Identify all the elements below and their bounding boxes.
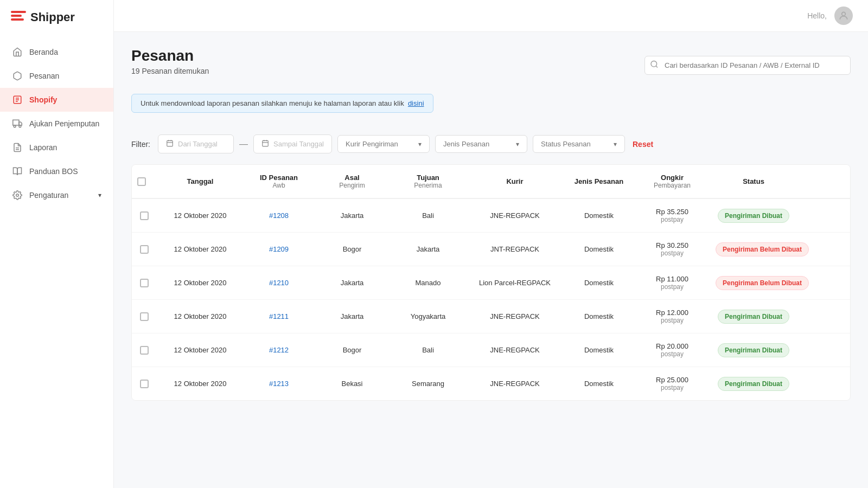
th-tujuan: Tujuan Penerima: [390, 165, 466, 198]
row-ongkir: Rp 12.000 postpay: [634, 300, 710, 333]
row-kurir: JNT-REGPACK: [466, 236, 564, 262]
sidebar-item-pengaturan[interactable]: Pengaturan ▾: [0, 183, 113, 207]
page-subtitle: 19 Pesanan ditemukan: [131, 67, 209, 75]
sidebar-item-label: Pengaturan: [29, 191, 68, 200]
row-id-pesanan[interactable]: #1209: [244, 236, 314, 262]
reset-button[interactable]: Reset: [630, 137, 655, 152]
box-icon: [12, 70, 23, 81]
from-date-placeholder: Dari Tanggal: [178, 140, 218, 148]
kurir-label: Kurir Pengiriman: [346, 140, 398, 148]
row-kurir: JNE-REGPACK: [466, 337, 564, 363]
table-row: 12 Oktober 2020 #1208 Jakarta Bali JNE-R…: [132, 199, 850, 233]
svg-rect-14: [167, 140, 173, 146]
logo: Shipper: [0, 0, 113, 35]
row-status: Pengiriman Dibuat: [710, 335, 797, 366]
svg-point-11: [842, 12, 846, 16]
svg-rect-4: [13, 120, 19, 125]
sidebar: Shipper Beranda Pesanan Shopify Ajukan P…: [0, 0, 114, 488]
th-id-pesanan: ID Pesanan Awb: [244, 165, 314, 198]
to-date-filter[interactable]: Sampai Tanggal: [253, 134, 332, 153]
select-all-checkbox[interactable]: [137, 177, 146, 186]
row-checkbox-cell: [132, 270, 157, 296]
row-asal: Bekasi: [314, 371, 390, 396]
svg-rect-18: [263, 140, 269, 146]
sidebar-nav: Beranda Pesanan Shopify Ajukan Penjemput…: [0, 35, 113, 213]
row-ongkir: Rp 30.250 postpay: [634, 233, 710, 266]
row-checkbox-cell: [132, 203, 157, 229]
row-ongkir: Rp 20.000 postpay: [634, 333, 710, 367]
row-id-pesanan[interactable]: #1212: [244, 337, 314, 363]
row-asal: Bogor: [314, 236, 390, 262]
th-ongkir: Ongkir Pembayaran: [634, 165, 710, 198]
filter-label: Filter:: [131, 140, 150, 149]
logo-icon: [11, 10, 26, 25]
row-checkbox-4[interactable]: [140, 346, 149, 355]
row-id-pesanan[interactable]: #1208: [244, 203, 314, 228]
row-asal: Jakarta: [314, 270, 390, 296]
row-checkbox-3[interactable]: [140, 312, 149, 321]
sidebar-item-panduan-bos[interactable]: Panduan BOS: [0, 159, 113, 183]
jenis-filter[interactable]: Jenis Pesanan ▾: [435, 135, 527, 153]
row-checkbox-2[interactable]: [140, 279, 149, 287]
row-kurir: Lion Parcel-REGPACK: [466, 270, 564, 296]
page-header: Pesanan 19 Pesanan ditemukan: [131, 47, 209, 83]
search-input[interactable]: [644, 56, 851, 75]
truck-icon: [12, 118, 23, 129]
row-status: Pengiriman Belum Dibuat: [710, 267, 797, 299]
svg-point-6: [14, 125, 16, 127]
row-tanggal: 12 Oktober 2020: [157, 371, 244, 396]
row-checkbox-5[interactable]: [140, 380, 149, 388]
sidebar-item-laporan[interactable]: Laporan: [0, 136, 113, 159]
calendar-icon: [166, 139, 174, 149]
status-filter[interactable]: Status Pesanan ▾: [533, 135, 625, 153]
svg-rect-2: [11, 18, 24, 21]
status-badge: Pengiriman Dibuat: [718, 343, 789, 357]
from-date-filter[interactable]: Dari Tanggal: [158, 134, 234, 153]
row-tanggal: 12 Oktober 2020: [157, 304, 244, 329]
row-jenis: Domestik: [564, 203, 634, 228]
th-kurir: Kurir: [466, 169, 564, 194]
main-content: Hello, Pesanan 19 Pesanan ditemukan Untu…: [114, 0, 868, 488]
row-status: Pengiriman Dibuat: [710, 200, 797, 232]
row-checkbox-1[interactable]: [140, 245, 149, 254]
row-tujuan: Yogyakarta: [390, 304, 466, 329]
logo-text: Shipper: [30, 10, 75, 24]
gear-icon: [12, 190, 23, 201]
row-jenis: Domestik: [564, 270, 634, 296]
table-row: 12 Oktober 2020 #1212 Bogor Bali JNE-REG…: [132, 333, 850, 367]
row-asal: Bogor: [314, 337, 390, 363]
sidebar-item-pesanan[interactable]: Pesanan: [0, 64, 113, 88]
info-banner: Untuk mendownload laporan pesanan silahk…: [131, 94, 433, 113]
sidebar-item-beranda[interactable]: Beranda: [0, 40, 113, 64]
row-tanggal: 12 Oktober 2020: [157, 270, 244, 296]
kurir-filter[interactable]: Kurir Pengiriman ▾: [337, 135, 430, 153]
row-id-pesanan[interactable]: #1213: [244, 371, 314, 396]
row-asal: Jakarta: [314, 203, 390, 228]
info-link[interactable]: disini: [408, 99, 424, 107]
chevron-down-icon-kurir: ▾: [418, 140, 422, 148]
row-id-pesanan[interactable]: #1211: [244, 304, 314, 329]
row-tujuan: Bali: [390, 337, 466, 363]
sidebar-item-label: Beranda: [29, 48, 58, 56]
row-tujuan: Manado: [390, 270, 466, 296]
svg-rect-0: [11, 11, 26, 13]
sidebar-item-label: Pesanan: [29, 72, 59, 80]
row-jenis: Domestik: [564, 236, 634, 262]
row-checkbox-cell: [132, 304, 157, 330]
row-tujuan: Bali: [390, 203, 466, 228]
th-tanggal: Tanggal: [157, 169, 244, 194]
orders-table: Tanggal ID Pesanan Awb Asal Pengirim Tuj…: [131, 164, 851, 401]
row-checkbox-0[interactable]: [140, 211, 149, 220]
row-id-pesanan[interactable]: #1210: [244, 270, 314, 296]
filter-row: Filter: Dari Tanggal — Sampai Tanggal Ku…: [131, 134, 851, 153]
sidebar-item-shopify[interactable]: Shopify: [0, 88, 113, 112]
table-row: 12 Oktober 2020 #1210 Jakarta Manado Lio…: [132, 266, 850, 300]
sidebar-item-ajukan-penjemputan[interactable]: Ajukan Penjemputan: [0, 112, 113, 136]
row-ongkir: Rp 25.000 postpay: [634, 367, 710, 400]
calendar-icon-2: [261, 139, 269, 149]
row-kurir: JNE-REGPACK: [466, 304, 564, 329]
file-icon: [12, 142, 23, 153]
sidebar-item-label: Ajukan Penjemputan: [29, 119, 99, 128]
search-bar: [644, 56, 851, 75]
jenis-label: Jenis Pesanan: [443, 140, 489, 148]
